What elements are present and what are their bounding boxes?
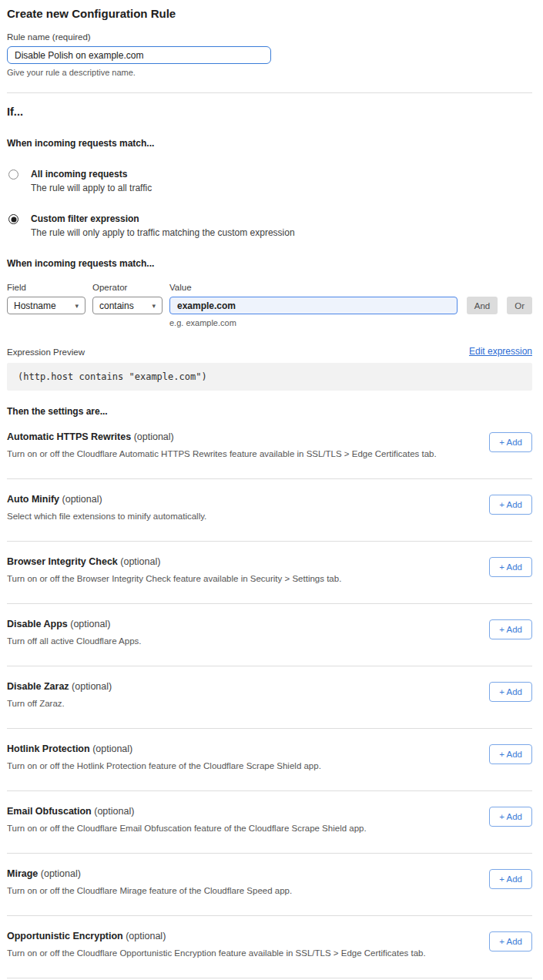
setting-item-text: Email Obfuscation (optional) Turn on or … (7, 806, 367, 833)
setting-item-text: Opportunistic Encryption (optional) Turn… (7, 931, 426, 958)
add-setting-button[interactable]: + Add (489, 682, 532, 702)
radio-label: All incoming requests (31, 169, 152, 180)
setting-title: Disable Zaraz (optional) (7, 681, 112, 692)
setting-description: Select which file extensions to minify a… (7, 512, 206, 521)
add-setting-button[interactable]: + Add (489, 432, 532, 452)
setting-item-text: Mirage (optional) Turn on or off the Clo… (7, 868, 292, 895)
setting-optional-tag: (optional) (72, 681, 112, 692)
operator-select-value: contains (99, 300, 134, 311)
edit-expression-link[interactable]: Edit expression (469, 346, 532, 357)
setting-title: Opportunistic Encryption (optional) (7, 931, 426, 941)
setting-item: Hotlink Protection (optional) Turn on or… (7, 729, 532, 791)
or-button[interactable]: Or (507, 297, 532, 314)
radio-option-all-requests[interactable]: All incoming requests The rule will appl… (7, 169, 532, 193)
setting-item-text: Disable Zaraz (optional) Turn off Zaraz. (7, 681, 112, 708)
value-helper: e.g. example.com (169, 318, 458, 327)
setting-description: Turn off all active Cloudflare Apps. (7, 636, 142, 646)
add-setting-button[interactable]: + Add (489, 931, 532, 951)
expression-preview-code: (http.host contains "example.com") (7, 363, 532, 391)
setting-title: Hotlink Protection (optional) (7, 743, 321, 754)
chevron-down-icon: ▾ (75, 302, 79, 310)
setting-optional-tag: (optional) (70, 619, 110, 629)
add-setting-button[interactable]: + Add (489, 619, 532, 639)
setting-item-text: Browser Integrity Check (optional) Turn … (7, 556, 341, 583)
setting-item: Mirage (optional) Turn on or off the Clo… (7, 854, 532, 916)
setting-description: Turn off Zaraz. (7, 699, 112, 708)
setting-item-text: Auto Minify (optional) Select which file… (7, 494, 206, 521)
setting-item: Browser Integrity Check (optional) Turn … (7, 542, 532, 604)
radio-option-custom-expression[interactable]: Custom filter expression The rule will o… (7, 213, 532, 238)
setting-optional-tag: (optional) (62, 494, 102, 505)
then-settings-heading: Then the settings are... (7, 406, 532, 417)
radio-description: The rule will only apply to traffic matc… (31, 227, 295, 238)
radio-description: The rule will apply to all traffic (31, 183, 152, 193)
radio-option-text: All incoming requests The rule will appl… (31, 169, 152, 193)
setting-item-text: Hotlink Protection (optional) Turn on or… (7, 743, 321, 770)
setting-item: Disable Zaraz (optional) Turn off Zaraz.… (7, 666, 532, 729)
add-setting-button[interactable]: + Add (489, 869, 532, 889)
rule-name-label: Rule name (required) (7, 32, 532, 42)
setting-title: Automatic HTTPS Rewrites (optional) (7, 431, 437, 442)
setting-optional-tag: (optional) (120, 556, 160, 567)
setting-description: Turn on or off the Cloudflare Email Obfu… (7, 824, 367, 833)
setting-optional-tag: (optional) (92, 743, 132, 754)
setting-title: Email Obfuscation (optional) (7, 806, 367, 817)
setting-optional-tag: (optional) (126, 931, 166, 941)
expression-preview-header: Expression Preview Edit expression (7, 346, 532, 357)
expression-builder-heading: When incoming requests match... (7, 258, 532, 269)
add-setting-button[interactable]: + Add (489, 495, 532, 515)
setting-title: Mirage (optional) (7, 868, 292, 879)
field-label: Field (7, 283, 85, 292)
page-title: Create new Configuration Rule (7, 7, 532, 20)
field-select[interactable]: Hostname ▾ (7, 297, 85, 314)
setting-optional-tag: (optional) (134, 431, 174, 442)
setting-item: Auto Minify (optional) Select which file… (7, 479, 532, 542)
setting-title: Auto Minify (optional) (7, 494, 206, 505)
setting-title: Browser Integrity Check (optional) (7, 556, 341, 567)
setting-description: Turn on or off the Cloudflare Automatic … (7, 449, 437, 458)
rule-name-helper: Give your rule a descriptive name. (7, 68, 532, 77)
chevron-down-icon: ▾ (152, 302, 156, 310)
setting-optional-tag: (optional) (94, 806, 134, 817)
value-input[interactable] (169, 297, 458, 314)
create-configuration-rule-form: Create new Configuration Rule Rule name … (0, 0, 543, 980)
radio-option-text: Custom filter expression The rule will o… (31, 213, 295, 238)
settings-list: Automatic HTTPS Rewrites (optional) Turn… (7, 417, 532, 978)
expression-builder-row: Field Hostname ▾ Operator contains ▾ Val… (7, 283, 532, 327)
setting-item: Opportunistic Encryption (optional) Turn… (7, 916, 532, 978)
radio-button[interactable] (8, 169, 18, 180)
setting-item: Automatic HTTPS Rewrites (optional) Turn… (7, 417, 532, 479)
setting-item: Disable Apps (optional) Turn off all act… (7, 604, 532, 666)
match-heading: When incoming requests match... (7, 138, 532, 149)
setting-optional-tag: (optional) (41, 868, 81, 879)
setting-title: Disable Apps (optional) (7, 619, 142, 629)
setting-description: Turn on or off the Cloudflare Opportunis… (7, 948, 426, 958)
setting-item-text: Disable Apps (optional) Turn off all act… (7, 619, 142, 646)
setting-item-text: Automatic HTTPS Rewrites (optional) Turn… (7, 431, 437, 458)
value-label: Value (169, 283, 458, 292)
and-button[interactable]: And (467, 297, 498, 314)
section-divider (7, 92, 532, 93)
if-heading: If... (7, 106, 532, 118)
field-select-value: Hostname (14, 300, 56, 311)
add-setting-button[interactable]: + Add (489, 807, 532, 827)
setting-description: Turn on or off the Cloudflare Mirage fea… (7, 886, 292, 895)
operator-select[interactable]: contains ▾ (92, 297, 163, 314)
radio-button[interactable] (8, 214, 18, 224)
setting-item: Email Obfuscation (optional) Turn on or … (7, 791, 532, 854)
expression-preview-label: Expression Preview (7, 347, 85, 357)
add-setting-button[interactable]: + Add (489, 744, 532, 764)
add-setting-button[interactable]: + Add (489, 557, 532, 577)
setting-description: Turn on or off the Hotlink Protection fe… (7, 761, 321, 770)
setting-description: Turn on or off the Browser Integrity Che… (7, 574, 341, 583)
radio-label: Custom filter expression (31, 213, 295, 224)
operator-label: Operator (92, 283, 163, 292)
rule-name-input[interactable] (7, 46, 271, 64)
